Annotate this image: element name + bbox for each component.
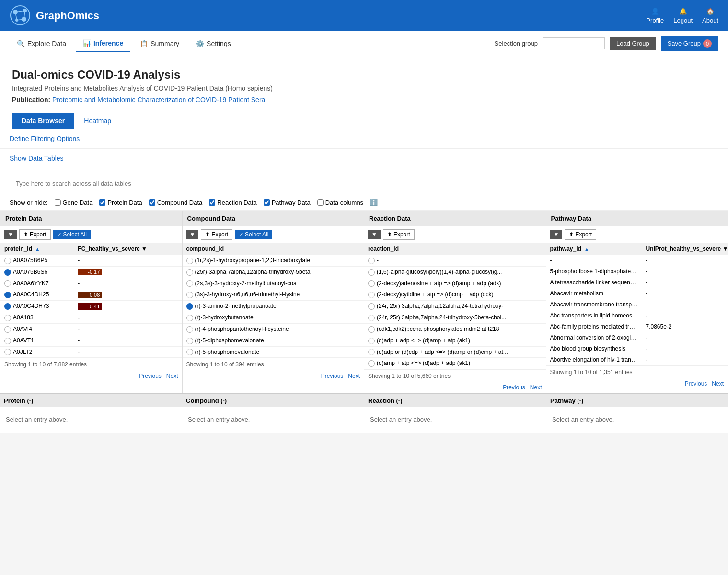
table-row[interactable]: (cdk1,cdk2)::ccna phosphorylates mdm2 at… [364, 323, 546, 335]
protein-prev-link[interactable]: Previous [139, 373, 162, 379]
table-row[interactable]: (r)-4-phosphopantothenoyl-l-cysteine [183, 323, 364, 335]
showhide-pathway[interactable]: Pathway Data [264, 199, 311, 206]
table-row[interactable]: (24r, 25r) 3alpha,7alpha,12alpha,24-tetr… [364, 301, 546, 312]
subnav-explore[interactable]: 🔍 Explore Data [10, 36, 73, 51]
subnav-settings[interactable]: ⚙️ Settings [189, 36, 238, 51]
checkbox-compound[interactable] [149, 199, 155, 206]
table-row[interactable]: (3s)-3-hydroxy-n6,n6,n6-trimethyl-l-lysi… [183, 289, 364, 301]
row-selector[interactable] [186, 258, 193, 264]
protein-export-button[interactable]: ⬆ Export [19, 229, 51, 240]
nav-about[interactable]: 🏠 About [702, 8, 718, 24]
compound-sort-button[interactable]: ▼ [186, 230, 199, 239]
row-selector[interactable] [4, 280, 11, 287]
row-selector[interactable] [186, 338, 193, 344]
table-row[interactable]: (2-deoxy)adenosine + atp => (d)amp + adp… [364, 278, 546, 289]
table-row[interactable]: (r)-3-amino-2-methylpropanoate [183, 301, 364, 312]
table-row[interactable]: (2-deoxy)cytidine + atp => (d)cmp + adp … [364, 289, 546, 301]
compound-prev-link[interactable]: Previous [321, 373, 344, 379]
table-row[interactable]: Abacavir metabolism-0.0000e+0 [546, 288, 728, 299]
row-selector[interactable] [368, 349, 375, 355]
table-row[interactable]: A tetrasaccharide linker sequence is req… [546, 277, 728, 288]
row-selector[interactable] [186, 292, 193, 298]
row-selector[interactable] [4, 338, 11, 344]
define-filtering-link[interactable]: Define Filtering Options [10, 135, 80, 142]
nav-profile[interactable]: 👤 Profile [646, 8, 664, 24]
showhide-protein[interactable]: Protein Data [99, 199, 142, 206]
table-row[interactable]: (d)amp + atp <=> (d)adp + adp (ak1) [364, 358, 546, 369]
showhide-datacolumns[interactable]: Data columns [317, 199, 363, 206]
compound-select-all-button[interactable]: ✓ Select All [235, 230, 272, 239]
table-row[interactable]: (r)-5-diphosphomevalonate [183, 335, 364, 346]
reaction-prev-link[interactable]: Previous [503, 384, 525, 391]
table-row[interactable]: -- [546, 255, 728, 266]
row-selector[interactable] [368, 258, 375, 264]
row-selector[interactable] [186, 349, 193, 355]
compound-next-link[interactable]: Next [348, 373, 360, 379]
row-selector[interactable] [4, 269, 11, 276]
table-row[interactable]: A0A0C4DH250.08 [0, 289, 182, 301]
show-tables-link[interactable]: Show Data Tables [10, 154, 64, 162]
row-selector[interactable] [4, 326, 11, 333]
table-row[interactable]: A0A075B6P5- [0, 255, 182, 267]
checkbox-pathway[interactable] [264, 199, 270, 206]
save-group-button[interactable]: Save Group 0 [661, 36, 718, 51]
tab-data-browser[interactable]: Data Browser [12, 113, 74, 129]
row-selector[interactable] [4, 258, 11, 264]
table-row[interactable]: A0A0A6YYK7- [0, 278, 182, 289]
tab-heatmap[interactable]: Heatmap [74, 113, 121, 129]
table-row[interactable]: A0A183- [0, 312, 182, 324]
row-selector[interactable] [4, 315, 11, 321]
row-selector[interactable] [4, 303, 11, 310]
row-selector[interactable] [368, 326, 375, 333]
checkbox-datacolumns[interactable] [317, 199, 324, 206]
table-row[interactable]: A0A075B6S6-0.17 [0, 266, 182, 278]
pathway-next-link[interactable]: Next [712, 380, 724, 387]
table-row[interactable]: (d)adp or (d)cdp + adp <=> (d)amp or (d)… [364, 346, 546, 358]
compound-export-button[interactable]: ⬆ Export [201, 229, 232, 240]
row-selector[interactable] [186, 280, 193, 287]
showhide-gene[interactable]: Gene Data [55, 199, 93, 206]
table-row[interactable]: (d)adp + adp <=> (d)amp + atp (ak1) [364, 335, 546, 346]
row-selector[interactable] [186, 315, 193, 321]
table-row[interactable]: Abc transporters in lipid homeostasis- [546, 310, 728, 321]
pathway-prev-link[interactable]: Previous [685, 380, 707, 387]
pathway-sort-button[interactable]: ▼ [550, 230, 563, 239]
table-row[interactable]: Abacavir transmembrane transport- [546, 299, 728, 310]
row-selector[interactable] [186, 326, 193, 333]
selection-group-input[interactable] [543, 37, 605, 49]
row-selector[interactable] [186, 303, 193, 310]
publication-link[interactable]: Proteomic and Metabolomic Characterizati… [52, 96, 265, 104]
table-row[interactable]: (1,6)-alpha-glucosyl)poly((1,4)-alpha-gl… [364, 266, 546, 278]
row-selector[interactable] [368, 292, 375, 298]
table-row[interactable]: Abo blood group biosynthesis- [546, 343, 728, 354]
table-row[interactable]: (1r,2s)-1-hydroxypropane-1,2,3-tricarbox… [183, 255, 364, 267]
table-row[interactable]: A0AVI4- [0, 323, 182, 335]
table-row[interactable]: Abnormal conversion of 2-oxoglutarate to… [546, 332, 728, 343]
protein-sort-button[interactable]: ▼ [4, 230, 17, 239]
table-row[interactable]: A0AVT1- [0, 335, 182, 346]
row-selector[interactable] [368, 315, 375, 321]
row-selector[interactable] [368, 303, 375, 310]
protein-select-all-button[interactable]: ✓ Select All [53, 230, 91, 239]
table-row[interactable]: 5-phosphoribose 1-diphosphate biosynthes… [546, 266, 728, 277]
checkbox-gene[interactable] [55, 199, 61, 206]
showhide-compound[interactable]: Compound Data [149, 199, 203, 206]
table-row[interactable]: (24r, 25r) 3alpha,7alpha,24-trihydroxy-5… [364, 312, 546, 324]
protein-next-link[interactable]: Next [166, 373, 178, 379]
checkbox-reaction[interactable] [209, 199, 215, 206]
load-group-button[interactable]: Load Group [610, 37, 656, 50]
row-selector[interactable] [4, 349, 11, 355]
row-selector[interactable] [368, 338, 375, 344]
subnav-inference[interactable]: 📊 Inference [76, 35, 130, 52]
table-row[interactable]: - [364, 255, 546, 267]
checkbox-protein[interactable] [99, 199, 105, 206]
table-row[interactable]: Abc-family proteins mediated transport7.… [546, 321, 728, 332]
subnav-summary[interactable]: 📋 Summary [133, 36, 186, 51]
table-row[interactable]: A0JLT2- [0, 346, 182, 358]
table-row[interactable]: (25r)-3alpha,7alpha,12alpha-trihydroxy-5… [183, 266, 364, 278]
showhide-reaction[interactable]: Reaction Data [209, 199, 256, 206]
row-selector[interactable] [186, 269, 193, 276]
row-selector[interactable] [4, 292, 11, 298]
row-selector[interactable] [368, 280, 375, 287]
table-row[interactable]: A0A0C4DH73-0.41 [0, 301, 182, 312]
